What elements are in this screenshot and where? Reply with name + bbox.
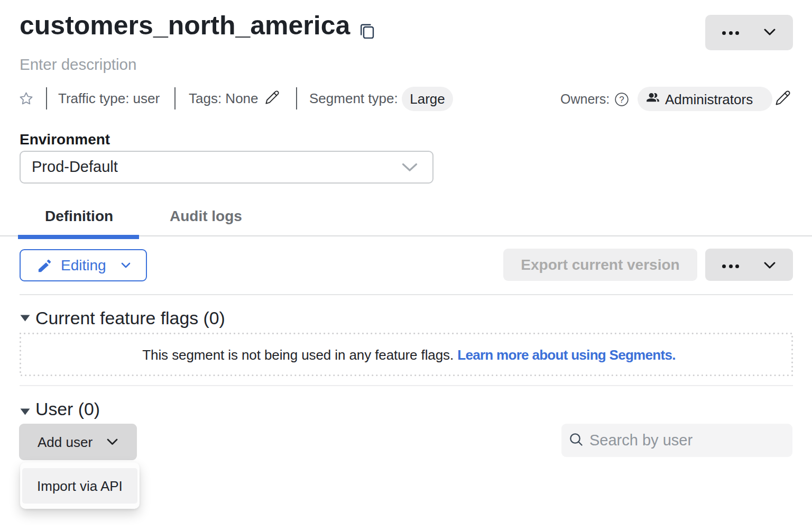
svg-text:?: ? [619,95,624,105]
